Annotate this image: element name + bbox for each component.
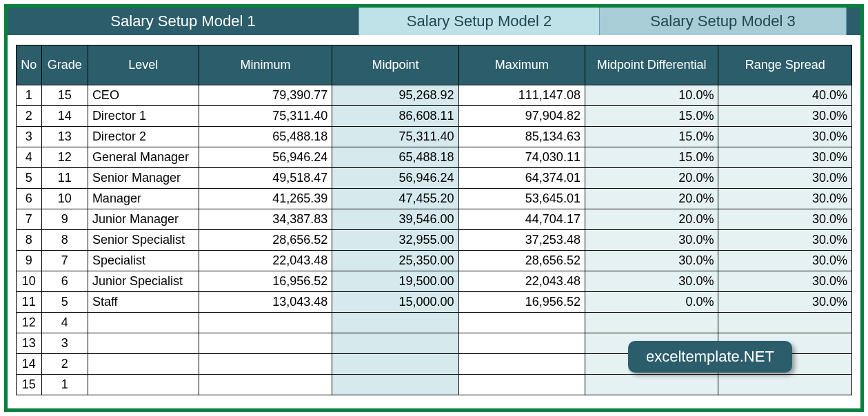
tab-model-3[interactable]: Salary Setup Model 3	[600, 8, 847, 35]
header-range-spread: Range Spread	[718, 45, 852, 85]
cell-minimum: 79,390.77	[199, 85, 332, 106]
cell-maximum: 22,043.48	[458, 271, 585, 292]
cell-range-spread: 30.0%	[718, 292, 852, 313]
cell-no: 5	[17, 168, 42, 189]
cell-midpoint-differential	[585, 375, 718, 395]
table-row[interactable]: 313Director 265,488.1875,311.4085,134.63…	[17, 127, 852, 147]
cell-no: 7	[17, 209, 42, 230]
table-row[interactable]: 79Junior Manager34,387.8339,546.0044,704…	[17, 209, 852, 230]
cell-grade: 4	[41, 313, 88, 333]
cell-level	[88, 375, 199, 395]
table-row[interactable]: 106Junior Specialist16,956.5219,500.0022…	[17, 271, 852, 292]
header-midpoint: Midpoint	[332, 45, 458, 85]
cell-no: 3	[17, 127, 42, 147]
cell-no: 9	[17, 251, 42, 271]
tab-model-1[interactable]: Salary Setup Model 1	[8, 8, 359, 35]
tab-model-2[interactable]: Salary Setup Model 2	[359, 8, 600, 35]
cell-midpoint-differential: 30.0%	[585, 230, 718, 251]
header-minimum: Minimum	[199, 45, 332, 85]
table-row[interactable]: 115CEO79,390.7795,268.92111,147.0810.0%4…	[17, 85, 852, 106]
cell-maximum	[458, 313, 585, 333]
table-row[interactable]: 610Manager41,265.3947,455.2053,645.0120.…	[17, 189, 852, 209]
cell-midpoint: 95,268.92	[332, 85, 458, 106]
table-row[interactable]: 151	[17, 375, 852, 395]
cell-no: 13	[17, 333, 42, 354]
cell-grade: 10	[41, 189, 88, 209]
cell-no: 15	[17, 375, 42, 395]
cell-level: General Manager	[88, 147, 199, 168]
cell-maximum	[458, 333, 585, 354]
cell-no: 10	[17, 271, 42, 292]
cell-range-spread: 30.0%	[718, 271, 852, 292]
table-row[interactable]: 97Specialist22,043.4825,350.0028,656.523…	[17, 251, 852, 271]
cell-midpoint-differential: 15.0%	[585, 147, 718, 168]
cell-range-spread: 30.0%	[718, 106, 852, 127]
cell-level: Specialist	[88, 251, 199, 271]
cell-no: 12	[17, 313, 42, 333]
content-area: No Grade Level Minimum Midpoint Maximum …	[8, 35, 860, 402]
cell-midpoint-differential: 10.0%	[585, 85, 718, 106]
cell-minimum	[199, 313, 332, 333]
cell-grade: 12	[41, 147, 88, 168]
header-grade: Grade	[41, 45, 88, 85]
table-row[interactable]: 214Director 175,311.4086,608.1197,904.82…	[17, 106, 852, 127]
cell-midpoint-differential: 15.0%	[585, 106, 718, 127]
cell-range-spread: 30.0%	[718, 209, 852, 230]
cell-range-spread: 30.0%	[718, 127, 852, 147]
cell-midpoint-differential: 30.0%	[585, 251, 718, 271]
cell-minimum: 16,956.52	[199, 271, 332, 292]
cell-level: Junior Manager	[88, 209, 199, 230]
cell-maximum: 37,253.48	[458, 230, 585, 251]
cell-grade: 9	[41, 209, 88, 230]
cell-grade: 8	[41, 230, 88, 251]
cell-midpoint-differential: 20.0%	[585, 209, 718, 230]
cell-range-spread: 40.0%	[718, 85, 852, 106]
table-header-row: No Grade Level Minimum Midpoint Maximum …	[17, 45, 852, 85]
cell-range-spread: 30.0%	[718, 168, 852, 189]
table-row[interactable]: 511Senior Manager49,518.4756,946.2464,37…	[17, 168, 852, 189]
cell-maximum: 53,645.01	[458, 189, 585, 209]
cell-midpoint-differential: 20.0%	[585, 189, 718, 209]
cell-midpoint-differential: 20.0%	[585, 168, 718, 189]
cell-midpoint: 19,500.00	[332, 271, 458, 292]
cell-midpoint-differential: 15.0%	[585, 127, 718, 147]
cell-grade: 13	[41, 127, 88, 147]
cell-level: Manager	[88, 189, 199, 209]
table-row[interactable]: 412General Manager56,946.2465,488.1874,0…	[17, 147, 852, 168]
tab-bar-end	[847, 8, 860, 35]
cell-no: 4	[17, 147, 42, 168]
cell-no: 1	[17, 85, 42, 106]
cell-level	[88, 313, 199, 333]
cell-midpoint: 39,546.00	[332, 209, 458, 230]
cell-midpoint-differential: 30.0%	[585, 271, 718, 292]
cell-midpoint-differential: 0.0%	[585, 292, 718, 313]
cell-minimum	[199, 375, 332, 395]
table-row[interactable]: 88Senior Specialist28,656.5232,955.0037,…	[17, 230, 852, 251]
table-row[interactable]: 124	[17, 313, 852, 333]
header-midpoint-differential: Midpoint Differential	[585, 45, 718, 85]
cell-range-spread: 30.0%	[718, 251, 852, 271]
cell-maximum: 111,147.08	[458, 85, 585, 106]
table-row[interactable]: 115Staff13,043.4815,000.0016,956.520.0%3…	[17, 292, 852, 313]
cell-no: 11	[17, 292, 42, 313]
cell-minimum: 34,387.83	[199, 209, 332, 230]
cell-range-spread	[718, 375, 852, 395]
cell-grade: 14	[41, 106, 88, 127]
cell-maximum: 44,704.17	[458, 209, 585, 230]
cell-maximum	[458, 354, 585, 375]
cell-level: CEO	[88, 85, 199, 106]
cell-midpoint: 65,488.18	[332, 147, 458, 168]
cell-minimum: 65,488.18	[199, 127, 332, 147]
header-maximum: Maximum	[458, 45, 585, 85]
cell-level: Senior Specialist	[88, 230, 199, 251]
cell-midpoint	[332, 333, 458, 354]
cell-level: Junior Specialist	[88, 271, 199, 292]
cell-midpoint	[332, 354, 458, 375]
cell-level	[88, 354, 199, 375]
cell-maximum: 28,656.52	[458, 251, 585, 271]
cell-midpoint: 32,955.00	[332, 230, 458, 251]
cell-midpoint: 86,608.11	[332, 106, 458, 127]
cell-no: 6	[17, 189, 42, 209]
cell-no: 14	[17, 354, 42, 375]
cell-maximum: 85,134.63	[458, 127, 585, 147]
